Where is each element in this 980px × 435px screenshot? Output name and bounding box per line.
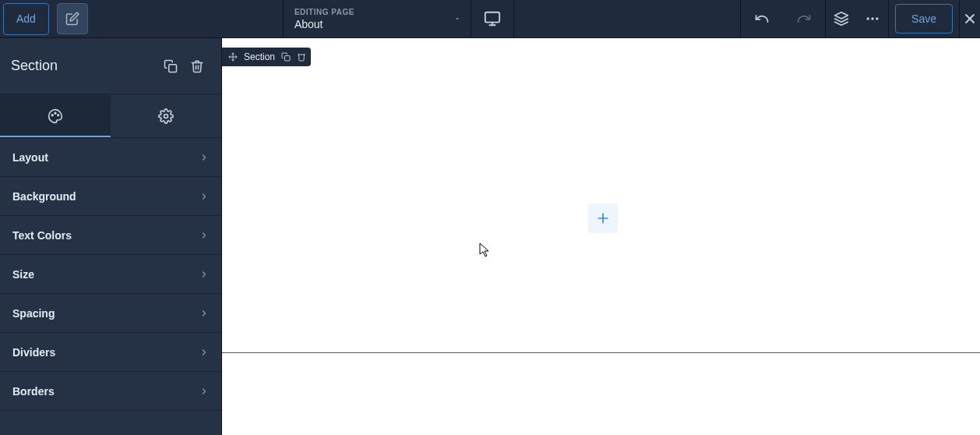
svg-point-12 bbox=[58, 114, 59, 115]
chevron-right-icon bbox=[199, 153, 209, 162]
edit-icon bbox=[65, 12, 79, 26]
more-button[interactable] bbox=[857, 0, 888, 38]
caret-down-icon bbox=[453, 15, 461, 23]
svg-point-13 bbox=[164, 114, 168, 118]
inspector-panel: Section Layout Backg bbox=[0, 38, 222, 435]
editing-page-label: EDITING PAGE bbox=[294, 8, 463, 16]
trash-icon[interactable] bbox=[297, 52, 306, 62]
panel-item-label: Layout bbox=[12, 151, 48, 164]
undo-icon bbox=[754, 11, 770, 27]
add-button[interactable]: Add bbox=[3, 3, 49, 35]
chevron-right-icon bbox=[199, 270, 209, 279]
panel-item-borders[interactable]: Borders bbox=[0, 372, 221, 411]
section-floating-tag: Section bbox=[222, 48, 311, 66]
page-selector[interactable]: EDITING PAGE About bbox=[284, 3, 471, 35]
move-icon[interactable] bbox=[228, 52, 238, 62]
add-element-button[interactable] bbox=[588, 203, 618, 233]
panel-item-size[interactable]: Size bbox=[0, 255, 221, 294]
panel-item-text-colors[interactable]: Text Colors bbox=[0, 216, 221, 255]
layers-button[interactable] bbox=[826, 0, 857, 38]
layers-icon bbox=[834, 11, 849, 27]
close-icon bbox=[962, 11, 978, 27]
svg-rect-0 bbox=[485, 12, 499, 23]
panel-item-label: Size bbox=[12, 268, 34, 281]
more-horizontal-icon bbox=[865, 11, 880, 27]
tab-style[interactable] bbox=[0, 94, 111, 137]
gear-icon bbox=[158, 108, 174, 124]
edit-mode-toggle[interactable] bbox=[57, 3, 88, 34]
chevron-right-icon bbox=[199, 348, 209, 357]
panel-item-label: Spacing bbox=[12, 307, 55, 320]
add-button-label: Add bbox=[16, 12, 36, 25]
panel-item-dividers[interactable]: Dividers bbox=[0, 333, 221, 372]
svg-point-4 bbox=[867, 17, 869, 19]
save-button[interactable]: Save bbox=[895, 4, 953, 34]
plus-icon bbox=[595, 210, 611, 226]
desktop-icon bbox=[484, 10, 501, 27]
panel-item-label: Background bbox=[12, 190, 76, 203]
section-tag-label: Section bbox=[244, 51, 275, 62]
svg-marker-3 bbox=[835, 12, 848, 19]
svg-point-6 bbox=[876, 17, 878, 19]
editing-page-name: About bbox=[294, 18, 463, 30]
device-desktop-button[interactable] bbox=[471, 0, 513, 38]
panel-item-background[interactable]: Background bbox=[0, 177, 221, 216]
tab-settings[interactable] bbox=[111, 94, 221, 137]
duplicate-icon[interactable] bbox=[281, 52, 291, 62]
panel-title: Section bbox=[11, 58, 157, 74]
svg-rect-9 bbox=[169, 64, 177, 72]
delete-button[interactable] bbox=[184, 53, 210, 80]
palette-icon bbox=[48, 108, 63, 124]
canvas[interactable]: Section bbox=[222, 38, 980, 435]
save-button-label: Save bbox=[911, 12, 936, 25]
panel-item-label: Dividers bbox=[12, 346, 55, 359]
redo-button[interactable] bbox=[783, 0, 825, 38]
section-block[interactable] bbox=[222, 48, 980, 353]
chevron-right-icon bbox=[199, 192, 209, 201]
trash-icon bbox=[190, 59, 204, 73]
svg-point-10 bbox=[51, 114, 53, 115]
panel-item-label: Borders bbox=[12, 385, 55, 398]
chevron-right-icon bbox=[199, 231, 209, 240]
svg-point-5 bbox=[871, 17, 873, 19]
chevron-right-icon bbox=[199, 387, 209, 396]
chevron-right-icon bbox=[199, 309, 209, 318]
undo-button[interactable] bbox=[741, 0, 783, 38]
svg-rect-16 bbox=[285, 56, 291, 62]
topbar: Add EDITING PAGE About bbox=[0, 0, 980, 38]
duplicate-icon bbox=[164, 59, 178, 73]
svg-point-11 bbox=[55, 112, 56, 114]
panel-header: Section bbox=[0, 38, 221, 94]
redo-icon bbox=[796, 11, 812, 27]
panel-tabs bbox=[0, 94, 221, 138]
close-button[interactable] bbox=[960, 0, 980, 38]
panel-list: Layout Background Text Colors Size Spaci… bbox=[0, 138, 221, 411]
panel-item-label: Text Colors bbox=[12, 229, 72, 242]
duplicate-button[interactable] bbox=[157, 53, 184, 80]
panel-item-spacing[interactable]: Spacing bbox=[0, 294, 221, 333]
panel-item-layout[interactable]: Layout bbox=[0, 138, 221, 177]
